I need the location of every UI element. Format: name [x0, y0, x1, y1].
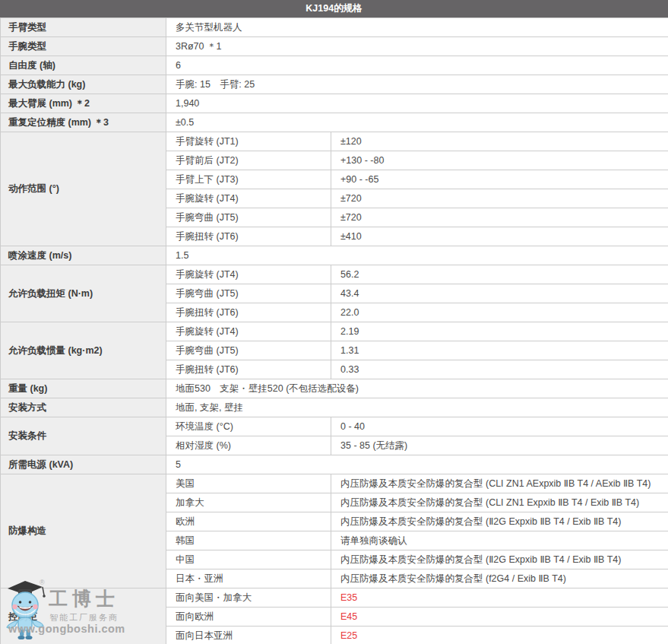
row-label: 防爆构造 — [1, 474, 166, 588]
row-value: 1.5 — [166, 246, 668, 265]
sub-row-value: 内压防爆及本质安全防爆的复合型 (CLI ZN1 AExpxib ⅡB T4 /… — [331, 474, 668, 493]
sub-row-value: E45 — [331, 608, 668, 627]
row-value: 1,940 — [166, 94, 668, 113]
sub-row-value: 0.33 — [331, 360, 668, 379]
sub-row-value: 0 - 40 — [331, 417, 668, 436]
spec-sub-row: 防爆构造美国内压防爆及本质安全防爆的复合型 (CLI ZN1 AExpxib Ⅱ… — [1, 474, 668, 493]
row-label: 自由度 (轴) — [1, 56, 166, 75]
sub-row-label: 手腕扭转 (JT6) — [166, 303, 331, 322]
row-label: 允许负载扭矩 (N·m) — [1, 265, 166, 322]
sub-row-value: 22.0 — [331, 303, 668, 322]
sub-row-label: 日本・亚洲 — [166, 569, 331, 588]
row-label: 最大负载能力 (kg) — [1, 75, 166, 94]
row-value: 5 — [166, 455, 668, 474]
sub-row-label: 相对湿度 (%) — [166, 436, 331, 455]
sub-row-value: ±120 — [331, 132, 668, 151]
spec-row: 安装方式地面, 支架, 壁挂 — [1, 398, 668, 417]
row-label: 手腕类型 — [1, 37, 166, 56]
row-label: 安装条件 — [1, 417, 166, 455]
row-value: 地面, 支架, 壁挂 — [166, 398, 668, 417]
row-label: 重复定位精度 (mm) ＊3 — [1, 113, 166, 132]
sub-row-label: 面向美国・加拿大 — [166, 588, 331, 608]
sub-row-value: +90 - -65 — [331, 170, 668, 189]
sub-row-value: ±720 — [331, 189, 668, 208]
sub-row-value: 1.31 — [331, 341, 668, 360]
row-label: 控制柜 — [1, 588, 166, 644]
row-label: 动作范围 (°) — [1, 132, 166, 246]
spec-row: 手臂类型多关节型机器人 — [1, 18, 668, 37]
sub-row-label: 环境温度 (°C) — [166, 417, 331, 436]
sub-row-label: 面向日本亚洲 — [166, 627, 331, 644]
sub-row-value: 43.4 — [331, 284, 668, 303]
row-label: 安装方式 — [1, 398, 166, 417]
spec-table: 手臂类型多关节型机器人手腕类型3Rø70 ＊1自由度 (轴)6最大负载能力 (k… — [0, 17, 668, 644]
spec-sub-row: 允许负载惯量 (kg·m2)手腕旋转 (JT4)2.19 — [1, 322, 668, 341]
row-value: 手腕: 15 手臂: 25 — [166, 75, 668, 94]
sub-row-value: ±410 — [331, 227, 668, 246]
row-value: 3Rø70 ＊1 — [166, 37, 668, 56]
sub-row-label: 美国 — [166, 474, 331, 493]
sub-row-label: 手臂旋转 (JT1) — [166, 132, 331, 151]
sub-row-value: 内压防爆及本质安全防爆的复合型 (f2G4 / Exib ⅡB T4) — [331, 569, 668, 588]
spec-sub-row: 动作范围 (°)手臂旋转 (JT1)±120 — [1, 132, 668, 151]
table-title: KJ194的规格 — [0, 0, 668, 17]
sub-row-label: 手腕旋转 (JT4) — [166, 265, 331, 284]
sub-row-label: 手臂前后 (JT2) — [166, 151, 331, 170]
sub-row-label: 加拿大 — [166, 493, 331, 512]
sub-row-value: 请单独商谈确认 — [331, 531, 668, 550]
sub-row-value: 56.2 — [331, 265, 668, 284]
spec-row: 自由度 (轴)6 — [1, 56, 668, 75]
spec-sub-row: 安装条件环境温度 (°C)0 - 40 — [1, 417, 668, 436]
spec-row: 手腕类型3Rø70 ＊1 — [1, 37, 668, 56]
sub-row-value: E25 — [331, 627, 668, 644]
spec-sub-row: 控制柜面向美国・加拿大E35 — [1, 588, 668, 608]
sub-row-value: E35 — [331, 588, 668, 608]
row-label: 手臂类型 — [1, 18, 166, 37]
sub-row-label: 欧洲 — [166, 512, 331, 531]
row-value: 6 — [166, 56, 668, 75]
row-label: 最大臂展 (mm) ＊2 — [1, 94, 166, 113]
row-value: ±0.5 — [166, 113, 668, 132]
sub-row-value: 2.19 — [331, 322, 668, 341]
sub-row-label: 手臂上下 (JT3) — [166, 170, 331, 189]
spec-row: 重量 (kg)地面530 支架・壁挂520 (不包括选配设备) — [1, 379, 668, 398]
sub-row-value: 内压防爆及本质安全防爆的复合型 (Ⅱ2G Expxib ⅡB T4 / Exib… — [331, 512, 668, 531]
sub-row-value: ±720 — [331, 208, 668, 227]
sub-row-label: 手腕旋转 (JT4) — [166, 189, 331, 208]
sub-row-value: 内压防爆及本质安全防爆的复合型 (CLI ZN1 Expxib ⅡB T4 / … — [331, 493, 668, 512]
spec-row: 喷涂速度 (m/s)1.5 — [1, 246, 668, 265]
sub-row-label: 中国 — [166, 550, 331, 569]
spec-row: 最大负载能力 (kg)手腕: 15 手臂: 25 — [1, 75, 668, 94]
spec-row: 最大臂展 (mm) ＊21,940 — [1, 94, 668, 113]
sub-row-value: 内压防爆及本质安全防爆的复合型 (Ⅱ2G Expxib ⅡB T4 / Exib… — [331, 550, 668, 569]
row-label: 允许负载惯量 (kg·m2) — [1, 322, 166, 379]
row-label: 喷涂速度 (m/s) — [1, 246, 166, 265]
sub-row-value: +130 - -80 — [331, 151, 668, 170]
row-label: 所需电源 (kVA) — [1, 455, 166, 474]
sub-row-label: 面向欧洲 — [166, 608, 331, 627]
spec-row: 所需电源 (kVA)5 — [1, 455, 668, 474]
row-value: 地面530 支架・壁挂520 (不包括选配设备) — [166, 379, 668, 398]
spec-row: 重复定位精度 (mm) ＊3±0.5 — [1, 113, 668, 132]
spec-sheet: KJ194的规格 手臂类型多关节型机器人手腕类型3Rø70 ＊1自由度 (轴)6… — [0, 0, 668, 644]
sub-row-label: 手腕弯曲 (JT5) — [166, 208, 331, 227]
sub-row-label: 手腕旋转 (JT4) — [166, 322, 331, 341]
sub-row-label: 韩国 — [166, 531, 331, 550]
sub-row-value: 35 - 85 (无结露) — [331, 436, 668, 455]
row-value: 多关节型机器人 — [166, 18, 668, 37]
sub-row-label: 手腕弯曲 (JT5) — [166, 284, 331, 303]
sub-row-label: 手腕扭转 (JT6) — [166, 360, 331, 379]
sub-row-label: 手腕扭转 (JT6) — [166, 227, 331, 246]
spec-sub-row: 允许负载扭矩 (N·m)手腕旋转 (JT4)56.2 — [1, 265, 668, 284]
sub-row-label: 手腕弯曲 (JT5) — [166, 341, 331, 360]
row-label: 重量 (kg) — [1, 379, 166, 398]
